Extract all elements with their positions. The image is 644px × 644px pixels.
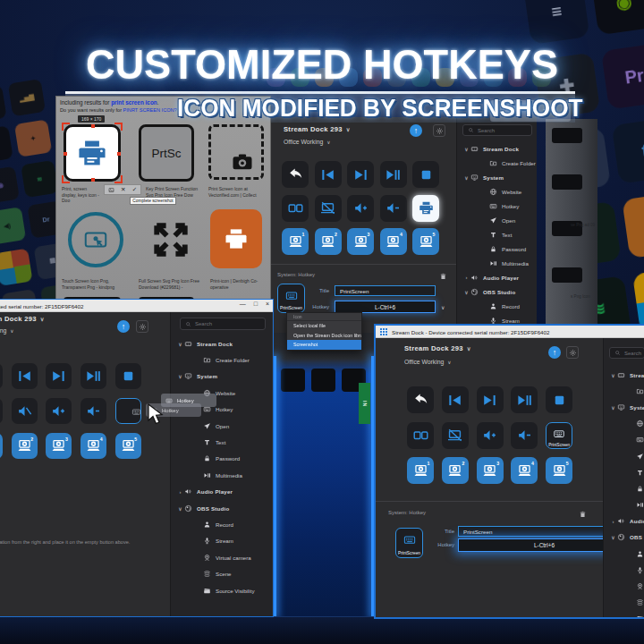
sidebar-item[interactable]: Source Visibility (604, 611, 644, 619)
sidebar-item[interactable]: Record (457, 299, 537, 313)
screenshot-camera-result[interactable] (208, 124, 264, 180)
result-caption[interactable]: Full Screen Svg Png Icon Free Download (… (139, 278, 201, 290)
deck-key[interactable] (282, 161, 309, 188)
confirm-icon[interactable]: ✓ (132, 186, 137, 193)
deck-key[interactable] (80, 363, 106, 389)
deck-key[interactable] (46, 398, 72, 424)
window-titlebar[interactable]: Stream Dock - Device connected serial nu… (376, 326, 644, 338)
sidebar-search-input[interactable]: Search (462, 124, 532, 136)
sidebar-item[interactable]: Record (171, 516, 272, 532)
menu-item-open-icon-library[interactable]: Open the Stream Dock icon library (287, 331, 361, 341)
deck-key[interactable] (407, 422, 434, 449)
deck-key[interactable] (12, 363, 38, 389)
deck-key[interactable] (442, 422, 469, 449)
sidebar-item[interactable]: Website (457, 184, 537, 199)
deck-key[interactable]: 1 (282, 228, 309, 255)
sidebar-item[interactable]: Stream (604, 562, 644, 578)
deck-key[interactable] (12, 398, 38, 424)
sidebar-item[interactable]: Password (171, 451, 272, 467)
sidebar-item[interactable]: Create Folder (457, 156, 537, 170)
window-titlebar[interactable]: Stream Dock - Device connected serial nu… (0, 300, 273, 312)
sidebar-item[interactable]: ∨System (604, 399, 644, 415)
image-icon[interactable] (108, 187, 114, 193)
prtsc-key-result[interactable]: PrtSc (139, 124, 194, 182)
deck-key[interactable]: 5 (412, 228, 439, 255)
close-button[interactable]: × (266, 301, 269, 307)
sidebar-item[interactable]: ›Audio Player (171, 484, 272, 500)
profile-selector[interactable]: Office Working∨ (0, 327, 14, 334)
delete-action-button[interactable] (578, 508, 587, 518)
device-selector[interactable]: Stream Dock 293∨ (404, 344, 471, 352)
sidebar-item[interactable]: Scene (604, 595, 644, 611)
deck-key[interactable]: 2 (442, 457, 469, 484)
sidebar-item[interactable]: ›Audio Player (604, 513, 644, 530)
deck-key[interactable]: 4 (380, 228, 407, 255)
deck-key[interactable] (477, 386, 504, 413)
selection-handle[interactable] (91, 124, 95, 128)
title-input[interactable] (335, 285, 436, 296)
sidebar-search-input[interactable]: Search (609, 347, 644, 359)
sidebar-item[interactable]: Create Folder (171, 352, 272, 368)
sidebar-item[interactable]: ∨OBS Studio (604, 530, 644, 546)
deck-key[interactable] (282, 195, 309, 222)
deck-key[interactable] (407, 386, 434, 413)
deck-key[interactable] (315, 161, 342, 188)
sidebar-item[interactable]: Open (604, 448, 644, 464)
minimize-button[interactable]: — (240, 301, 246, 307)
sidebar-item[interactable]: ∨Stream Dock (457, 141, 537, 156)
printer-icon-result[interactable] (64, 124, 121, 182)
sidebar-item[interactable]: Hotkey (457, 199, 537, 213)
sidebar-item[interactable]: Record (604, 546, 644, 562)
sidebar-item[interactable]: Multimedia (604, 497, 644, 513)
profile-selector[interactable]: Office Working∨ (404, 359, 452, 365)
hotkey-preview-tile[interactable]: PrintScreen (395, 528, 423, 558)
upload-button[interactable]: ↑ (410, 124, 422, 137)
deck-key[interactable] (0, 398, 3, 424)
sidebar-item[interactable]: Virtual camera (171, 549, 272, 565)
sidebar-item[interactable]: Hotkey (171, 402, 272, 418)
deck-key[interactable] (380, 161, 407, 188)
sidebar-item[interactable]: ∨Stream Dock (604, 367, 644, 383)
sidebar-item[interactable]: ∨OBS Studio (171, 500, 272, 516)
sidebar-item[interactable]: ∨Stream Dock (171, 335, 272, 352)
deck-key[interactable]: 5 (115, 433, 141, 459)
sidebar-item[interactable]: ∨System (171, 369, 272, 385)
deck-key[interactable] (115, 398, 141, 424)
search-suggestion-link[interactable]: PINRT SCREEN ICON? (123, 107, 177, 113)
deck-key[interactable]: 4 (511, 457, 538, 484)
sidebar-item[interactable]: Website (604, 416, 644, 432)
settings-button[interactable] (136, 320, 148, 333)
deck-key[interactable]: 2 (12, 433, 38, 459)
deck-key[interactable] (442, 386, 469, 413)
sidebar-item[interactable]: Source Visibility (171, 582, 272, 598)
deck-key[interactable] (380, 195, 407, 222)
profile-selector[interactable]: Office Working∨ (284, 139, 331, 145)
sidebar-item[interactable]: Create Folder (604, 383, 644, 399)
deck-key[interactable]: 2 (315, 228, 342, 255)
sidebar-item[interactable]: Stream (171, 533, 272, 549)
selection-handle[interactable] (64, 152, 67, 156)
delete-action-button[interactable] (438, 270, 447, 280)
chevron-down-icon[interactable]: ∨ (441, 304, 445, 310)
upload-button[interactable]: ↑ (117, 320, 130, 333)
deck-key[interactable] (80, 398, 106, 424)
device-selector[interactable]: Stream Dock 293∨ (284, 125, 351, 133)
sidebar-item[interactable]: Hotkey (604, 432, 644, 448)
orange-printer-result[interactable] (210, 209, 262, 268)
deck-key[interactable]: 5 (546, 457, 572, 484)
sidebar-item[interactable]: Virtual camera (604, 578, 644, 594)
sidebar-item[interactable]: Open (171, 418, 272, 434)
deck-key[interactable] (46, 363, 72, 389)
sidebar-item[interactable]: Website (171, 385, 272, 401)
deck-key[interactable] (412, 195, 439, 222)
sidebar-item[interactable]: Multimedia (457, 256, 537, 270)
hotkey-preview-tile[interactable]: PrintScreen (277, 284, 305, 313)
sidebar-item[interactable]: Open (457, 213, 537, 227)
deck-key[interactable] (347, 195, 374, 222)
fullscreen-arrows-result[interactable] (139, 207, 203, 273)
settings-button[interactable] (566, 346, 579, 359)
deck-key[interactable] (315, 195, 342, 222)
deck-key[interactable] (412, 161, 439, 188)
sidebar-item[interactable]: Scene (171, 565, 272, 581)
touch-screen-result[interactable] (64, 207, 128, 273)
